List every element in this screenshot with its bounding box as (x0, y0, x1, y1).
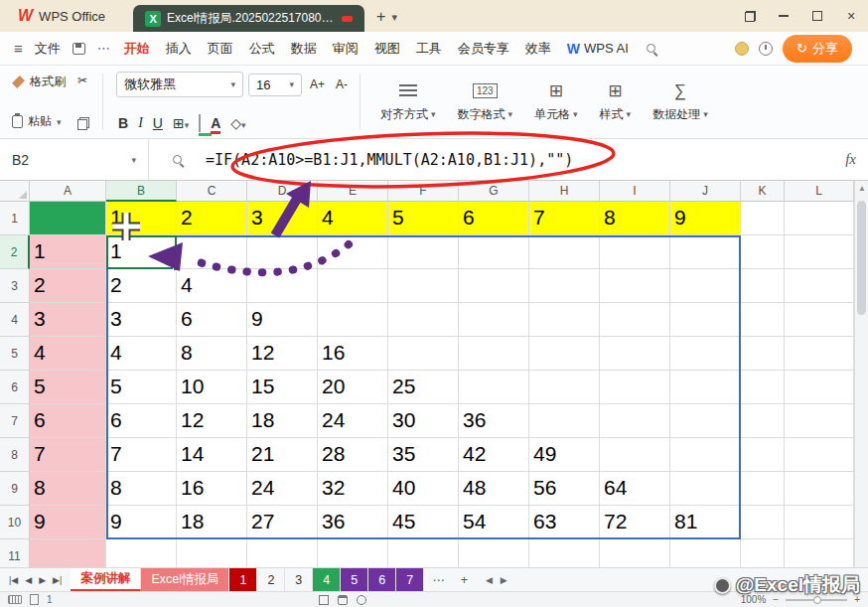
cell-I10[interactable]: 72 (600, 506, 670, 539)
cell-L3[interactable] (785, 269, 854, 303)
column-header-D[interactable]: D (247, 181, 318, 202)
cell-I1[interactable]: 8 (600, 202, 670, 235)
toolbar-group-数字格式[interactable]: 123数字格式▾ (447, 71, 524, 133)
cell-F9[interactable]: 40 (388, 472, 459, 506)
cell-E1[interactable]: 4 (318, 202, 388, 235)
cell-D8[interactable]: 21 (247, 438, 318, 472)
theme-icon[interactable] (735, 42, 749, 56)
cell-I3[interactable] (600, 269, 670, 303)
cell-A11[interactable] (30, 539, 106, 567)
cell-E10[interactable]: 36 (318, 506, 388, 539)
paste-button[interactable]: 粘贴 ▾ (8, 111, 70, 132)
cell-I4[interactable] (600, 303, 670, 337)
tab-list-chevron-icon[interactable]: ▾ (391, 2, 397, 32)
cell-I2[interactable] (600, 235, 670, 269)
row-header-1[interactable]: 1 (0, 202, 30, 235)
cell-B11[interactable] (106, 539, 177, 567)
cell-C2[interactable] (177, 235, 247, 269)
tabs-scroll-right-icon[interactable]: ▶ (501, 575, 507, 585)
cell-J3[interactable] (670, 269, 741, 303)
row-header-5[interactable]: 5 (0, 337, 30, 371)
cell-L10[interactable] (785, 506, 854, 539)
column-header-K[interactable]: K (741, 181, 785, 202)
cell-J1[interactable]: 9 (670, 202, 741, 235)
cell-I5[interactable] (600, 337, 670, 371)
cell-K11[interactable] (741, 539, 785, 567)
cell-G4[interactable] (459, 303, 529, 337)
cell-G7[interactable]: 36 (459, 404, 529, 438)
cell-G10[interactable]: 54 (459, 506, 529, 539)
cell-C10[interactable]: 18 (177, 506, 247, 539)
cell-K1[interactable] (741, 202, 785, 235)
cell-L5[interactable] (785, 337, 854, 371)
cell-B5[interactable]: 4 (106, 337, 177, 371)
sheet-tab-1[interactable]: 1 (229, 568, 257, 591)
add-sheet-button[interactable]: + (453, 568, 476, 591)
restore-window-button[interactable] (733, 0, 767, 32)
cell-H5[interactable] (529, 337, 600, 371)
cell-C7[interactable]: 12 (177, 404, 247, 438)
name-box[interactable]: B2 ▾ (0, 139, 149, 180)
cell-G2[interactable] (459, 235, 529, 269)
cell-F8[interactable]: 35 (388, 438, 459, 472)
cell-H11[interactable] (529, 539, 600, 567)
cell-A6[interactable]: 5 (30, 371, 106, 404)
cell-L6[interactable] (785, 371, 854, 404)
cell-L1[interactable] (785, 202, 854, 235)
cell-J8[interactable] (670, 438, 741, 472)
cell-A4[interactable]: 3 (30, 303, 106, 337)
menu-file[interactable]: 文件 (29, 40, 67, 58)
sheet-overflow-button[interactable]: ⋯ (424, 568, 453, 591)
borders-button[interactable]: ⊞▾ (173, 115, 189, 131)
cell-K7[interactable] (741, 404, 785, 438)
new-tab-button[interactable]: + (376, 2, 385, 32)
menu-tab-数据[interactable]: 数据 (283, 32, 325, 65)
cell-B8[interactable]: 7 (106, 438, 177, 472)
insert-function-button[interactable]: fx (845, 151, 868, 168)
scroll-up-icon[interactable]: ▲ (855, 184, 868, 193)
cell-D5[interactable]: 12 (247, 337, 318, 371)
normal-view-icon[interactable] (319, 595, 329, 605)
cell-A8[interactable]: 7 (30, 438, 106, 472)
cell-G1[interactable]: 6 (459, 202, 529, 235)
last-sheet-button[interactable]: ▶| (53, 575, 62, 585)
cell-F10[interactable]: 45 (388, 506, 459, 539)
row-header-8[interactable]: 8 (0, 438, 30, 472)
row-header-4[interactable]: 4 (0, 303, 30, 337)
cell-D4[interactable]: 9 (247, 303, 318, 337)
cell-E4[interactable] (318, 303, 388, 337)
cell-I8[interactable] (600, 438, 670, 472)
toolbar-group-单元格[interactable]: ⊞单元格▾ (523, 71, 589, 133)
more-menu-icon[interactable]: ⋯ (91, 41, 116, 56)
cell-L4[interactable] (785, 303, 854, 337)
cell-C6[interactable]: 10 (177, 371, 247, 404)
cell-G11[interactable] (459, 539, 529, 567)
fill-color-button[interactable] (199, 115, 201, 131)
cell-L9[interactable] (785, 472, 854, 506)
zoom-search-icon[interactable] (173, 155, 182, 164)
cell-D10[interactable]: 27 (247, 506, 318, 539)
cell-A2[interactable]: 1 (30, 235, 106, 269)
cell-K3[interactable] (741, 269, 785, 303)
cell-F1[interactable]: 5 (388, 202, 459, 235)
cell-E7[interactable]: 24 (318, 404, 388, 438)
font-size-select[interactable]: 16 ▾ (248, 74, 302, 96)
cell-D7[interactable]: 18 (247, 404, 318, 438)
sheet-tab-7[interactable]: 7 (396, 568, 424, 591)
row-header-3[interactable]: 3 (0, 269, 30, 303)
cell-J4[interactable] (670, 303, 741, 337)
cell-C3[interactable]: 4 (177, 269, 247, 303)
font-color-button[interactable]: A (211, 115, 220, 131)
increase-font-button[interactable]: A+ (307, 76, 328, 93)
bold-button[interactable]: B (118, 115, 128, 131)
menu-tab-视图[interactable]: 视图 (366, 32, 408, 65)
cell-F5[interactable] (388, 337, 459, 371)
cell-D1[interactable]: 3 (247, 202, 318, 235)
cell-B6[interactable]: 5 (106, 371, 177, 404)
row-header-2[interactable]: 2 (0, 235, 30, 269)
column-header-C[interactable]: C (177, 181, 247, 202)
italic-button[interactable]: I (138, 115, 143, 131)
cell-E6[interactable]: 20 (318, 371, 388, 404)
column-header-F[interactable]: F (388, 181, 459, 202)
clear-format-button[interactable]: ◇▾ (230, 115, 245, 131)
